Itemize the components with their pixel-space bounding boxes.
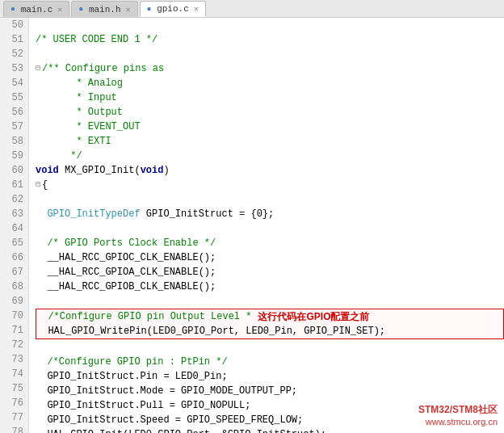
tab-gpio-c[interactable]: ● gpio.c ✕ [140,1,206,17]
code-line-64 [36,221,504,236]
code-line-67: __HAL_RCC_GPIOA_CLK_ENABLE(); [36,265,504,280]
code-text: * Output [36,105,123,120]
line-num-58: 58 [5,134,23,149]
code-text: __HAL_RCC_GPIOA_CLK_ENABLE(); [36,265,216,280]
code-line-74: GPIO_InitStruct.Pin = LED0_Pin; [36,369,504,384]
file-icon: ● [78,5,83,14]
code-text: * EXTI [36,134,111,149]
watermark-line1: STM32/STM8社区 [418,403,498,417]
code-text: MX_GPIO_Init( [59,163,141,178]
fold-icon[interactable]: ⊟ [36,61,40,76]
code-text: __HAL_RCC_GPIOC_CLK_ENABLE(); [36,250,216,265]
line-num-50: 50 [5,18,23,32]
code-text: GPIO_InitStruct.Pin = LED0_Pin; [36,369,228,384]
line-num-53: 53 [5,61,23,76]
fold-icon[interactable]: ⊟ [36,178,40,192]
line-num-57: 57 [5,120,23,134]
code-line-66: __HAL_RCC_GPIOC_CLK_ENABLE(); [36,250,504,265]
line-num-76: 76 [5,396,23,410]
code-keyword: void [36,163,59,178]
code-line-71: HAL_GPIO_WritePin(LED0_GPIO_Port, LED0_P… [36,324,504,339]
tab-label: main.h [89,5,121,15]
code-area: 50 51 52 53 54 55 56 57 58 59 60 61 62 6… [0,18,504,433]
line-num-75: 75 [5,381,23,396]
line-num-69: 69 [5,294,23,309]
line-num-71: 71 [5,323,23,338]
code-text: /* GPIO Ports Clock Enable */ [36,236,216,250]
line-num-54: 54 [5,76,23,90]
code-text: GPIO_InitStruct.Mode = GPIO_MODE_OUTPUT_… [36,384,297,398]
code-line-56: * Output [36,105,504,120]
line-num-73: 73 [5,352,23,367]
line-num-61: 61 [5,178,23,192]
tab-label: gpio.c [157,4,189,14]
code-text: * Input [36,90,117,105]
code-line-52 [36,47,504,61]
close-icon[interactable]: ✕ [57,5,62,15]
code-content: /* USER CODE END 1 */ ⊟ /** Configure pi… [29,18,504,433]
code-text: __HAL_RCC_GPIOB_CLK_ENABLE(); [36,280,216,294]
code-text: ) [163,163,169,178]
code-line-60: void MX_GPIO_Init( void ) [36,163,504,178]
line-num-52: 52 [5,47,23,61]
tab-main-h[interactable]: ● main.h ✕ [71,1,137,17]
line-num-60: 60 [5,163,23,178]
code-text: /** Configure pins as [42,61,164,76]
line-num-64: 64 [5,221,23,236]
code-text: GPIO_InitStruct.Pull = GPIO_NOPULL; [36,398,250,413]
code-line-75: GPIO_InitStruct.Mode = GPIO_MODE_OUTPUT_… [36,384,504,398]
code-text: HAL_GPIO_Init(LED0_GPIO_Port, &GPIO_Init… [36,427,326,433]
line-num-59: 59 [5,149,23,163]
code-keyword: void [141,163,164,178]
line-num-72: 72 [5,338,23,352]
line-num-74: 74 [5,367,23,381]
code-text: HAL_GPIO_WritePin(LED0_GPIO_Port, LED0_P… [36,324,385,338]
code-line-58: * EXTI [36,134,504,149]
line-num-70: 70 [5,309,23,323]
watermark: STM32/STM8社区 www.stmcu.org.cn [418,403,498,427]
line-num-63: 63 [5,207,23,221]
close-icon[interactable]: ✕ [194,4,199,14]
code-line-72 [36,340,504,355]
file-icon: ● [10,5,15,14]
code-line-65: /* GPIO Ports Clock Enable */ [36,236,504,250]
code-line-78: HAL_GPIO_Init(LED0_GPIO_Port, &GPIO_Init… [36,427,504,433]
line-num-62: 62 [5,192,23,207]
close-icon[interactable]: ✕ [126,5,131,15]
code-line-50 [36,18,504,32]
code-line-68: __HAL_RCC_GPIOB_CLK_ENABLE(); [36,280,504,294]
line-num-67: 67 [5,265,23,280]
code-type: GPIO_InitTypeDef [47,207,140,221]
code-text: /* USER CODE END 1 */ [36,32,158,47]
code-text: GPIO_InitStruct = {0}; [141,207,275,221]
tab-label: main.c [21,5,53,15]
code-text: /*Configure GPIO pin : PtPin */ [36,355,228,369]
line-num-66: 66 [5,250,23,265]
code-line-57: * EVENT_OUT [36,120,504,134]
tab-main-c[interactable]: ● main.c ✕ [3,1,69,17]
line-num-78: 78 [5,425,23,433]
code-line-69 [36,294,504,309]
code-line-51: /* USER CODE END 1 */ [36,32,504,47]
line-num-77: 77 [5,410,23,425]
line-num-56: 56 [5,105,23,120]
line-num-68: 68 [5,280,23,294]
annotation-text: 这行代码在GPIO配置之前 [258,309,369,324]
tab-bar: ● main.c ✕ ● main.h ✕ ● gpio.c ✕ [0,0,504,18]
line-num-51: 51 [5,32,23,47]
code-line-63: GPIO_InitTypeDef GPIO_InitStruct = {0}; [36,207,504,221]
code-line-70: /*Configure GPIO pin Output Level * 这行代码… [36,309,504,324]
code-text: * Analog [36,76,123,90]
code-line-73: /*Configure GPIO pin : PtPin */ [36,355,504,369]
line-num-65: 65 [5,236,23,250]
code-line-59: */ [36,149,504,163]
code-line-62 [36,192,504,207]
line-numbers: 50 51 52 53 54 55 56 57 58 59 60 61 62 6… [0,18,29,433]
file-icon: ● [147,5,152,14]
code-text: { [42,178,48,192]
code-line-61: ⊟ { [36,178,504,192]
code-line-53: ⊟ /** Configure pins as [36,61,504,76]
code-text: GPIO_InitStruct.Speed = GPIO_SPEED_FREQ_… [36,413,303,427]
code-line-55: * Input [36,90,504,105]
code-text [36,207,47,221]
